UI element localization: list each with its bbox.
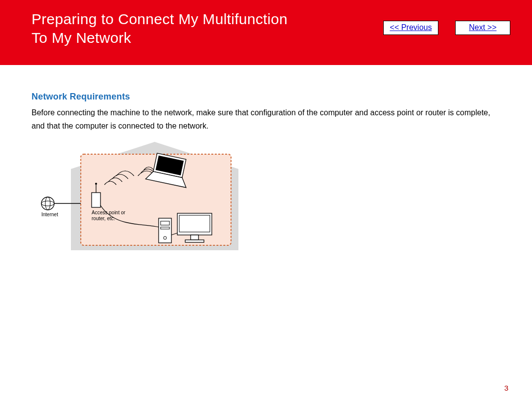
title-line-2: To My Network: [32, 30, 131, 46]
intro-paragraph: Before connecting the machine to the net…: [32, 106, 500, 133]
header-bar: Preparing to Connect My Multifunction To…: [0, 0, 532, 65]
next-button[interactable]: Next >>: [455, 21, 510, 35]
svg-rect-6: [92, 193, 100, 207]
network-diagram: Internet Access point or router, etc.: [32, 139, 500, 260]
section-heading: Network Requirements: [32, 92, 500, 102]
previous-button[interactable]: << Previous: [383, 21, 438, 35]
content-area: Network Requirements Before connecting t…: [0, 65, 532, 260]
internet-label: Internet: [41, 212, 58, 217]
diagram-svg: Internet Access point or router, etc.: [32, 139, 243, 258]
svg-rect-18: [191, 235, 199, 240]
svg-point-8: [95, 183, 97, 185]
svg-rect-19: [185, 240, 204, 242]
nav-buttons: << Previous Next >>: [383, 21, 510, 35]
title-line-1: Preparing to Connect My Multifunction: [32, 11, 288, 27]
page-number: 3: [504, 384, 508, 392]
svg-point-2: [41, 197, 54, 210]
svg-rect-17: [179, 215, 210, 232]
